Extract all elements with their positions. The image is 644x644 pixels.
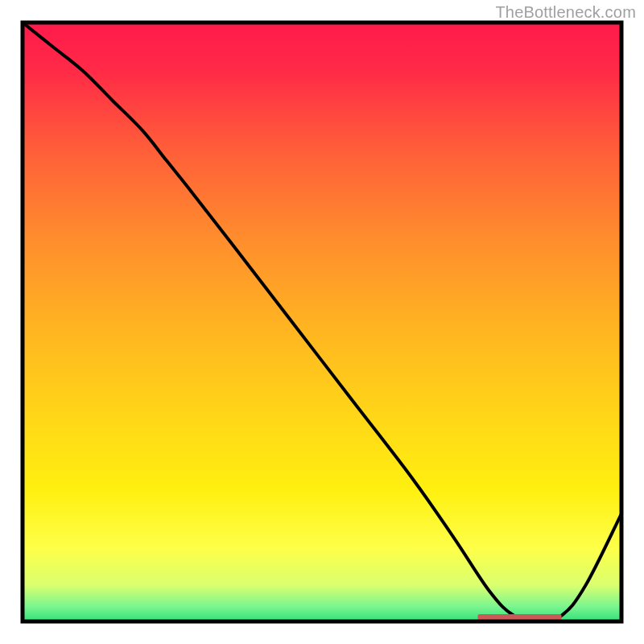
plot-background [23,23,621,621]
watermark-text: TheBottleneck.com [495,3,636,22]
bottleneck-chart [0,0,644,644]
valley-zero-marker [477,614,561,620]
chart-svg [0,0,644,644]
